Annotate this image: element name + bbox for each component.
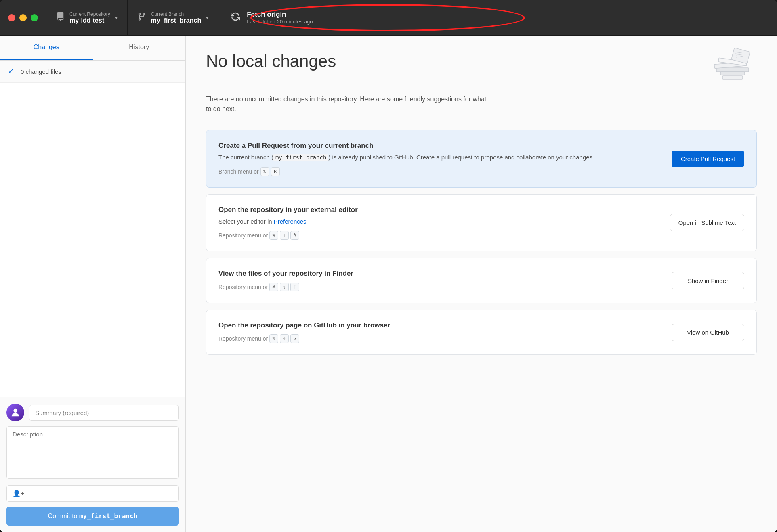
repository-label: Current Repository <box>69 11 110 17</box>
finder-content: View the files of your repository in Fin… <box>218 270 655 291</box>
kbd-shift-1: ⇧ <box>280 231 289 240</box>
kbd-a: A <box>290 231 299 240</box>
github-title: Open the repository page on GitHub in yo… <box>218 321 655 329</box>
svg-rect-1 <box>716 68 749 72</box>
content-panel: No local changes <box>186 36 777 532</box>
external-editor-content: Open the repository in your external edi… <box>218 206 654 240</box>
github-shortcut: Repository menu or ⌘ ⇧ G <box>218 334 299 343</box>
svg-point-0 <box>13 409 17 413</box>
branch-label: Current Branch <box>151 11 202 17</box>
open-in-sublime-button[interactable]: Open in Sublime Text <box>670 214 744 231</box>
external-editor-desc: Select your editor in Preferences <box>218 217 654 226</box>
preferences-link[interactable]: Preferences <box>274 218 307 225</box>
minimize-button[interactable] <box>19 14 27 21</box>
description-input[interactable] <box>6 426 179 479</box>
sidebar-spacer <box>0 83 185 397</box>
kbd-f: F <box>290 283 299 291</box>
fetch-content: Fetch origin Last fetched 20 minutes ago <box>247 10 313 25</box>
checkbox-icon[interactable]: ✓ <box>8 67 14 76</box>
repository-arrow-icon: ▾ <box>115 15 118 21</box>
branch-icon <box>137 12 146 23</box>
commit-prefix: Commit to <box>48 513 79 519</box>
action-card-pull-request: Create a Pull Request from your current … <box>206 130 757 188</box>
commit-summary-row <box>6 404 179 421</box>
commit-branch: my_first_branch <box>79 512 138 520</box>
fetch-subtitle: Last fetched 20 minutes ago <box>247 19 313 25</box>
sidebar: Changes History ✓ 0 changed files <box>0 36 186 532</box>
fetch-icon <box>231 12 240 24</box>
fetch-title: Fetch origin <box>247 10 313 19</box>
titlebar: Current Repository my-ldd-test ▾ Current… <box>0 0 777 36</box>
kbd-cmd-1: ⌘ <box>260 167 269 176</box>
branch-content: Current Branch my_first_branch <box>151 11 202 24</box>
view-on-github-button[interactable]: View on GitHub <box>672 324 744 341</box>
github-content: Open the repository page on GitHub in yo… <box>218 321 655 343</box>
fetch-origin-section[interactable]: Fetch origin Last fetched 20 minutes ago <box>218 0 777 35</box>
content-title-row: No local changes <box>206 52 757 88</box>
illustration <box>708 48 757 88</box>
tab-changes[interactable]: Changes <box>0 36 93 60</box>
kbd-shift-3: ⇧ <box>280 334 289 343</box>
action-card-external-editor: Open the repository in your external edi… <box>206 194 757 252</box>
repository-icon <box>56 12 65 23</box>
tab-history[interactable]: History <box>93 36 186 60</box>
coauthor-button[interactable]: 👤+ <box>6 485 179 502</box>
kbd-cmd-3: ⌘ <box>269 283 278 291</box>
summary-input[interactable] <box>29 405 179 421</box>
branch-value: my_first_branch <box>151 17 202 24</box>
action-card-finder: View the files of your repository in Fin… <box>206 258 757 303</box>
pull-request-content: Create a Pull Request from your current … <box>218 142 655 176</box>
commit-area: 👤+ Commit to my_first_branch <box>0 397 185 532</box>
pull-request-shortcut: Branch menu or ⌘ R <box>218 167 280 176</box>
pull-request-title: Create a Pull Request from your current … <box>218 142 655 150</box>
close-button[interactable] <box>8 14 15 21</box>
main-subtitle: There are no uncommitted changes in this… <box>206 94 489 114</box>
branch-code: my_first_branch <box>273 154 328 161</box>
pull-request-desc: The current branch (my_first_branch) is … <box>218 153 655 162</box>
finder-title: View the files of your repository in Fin… <box>218 270 655 278</box>
repository-content: Current Repository my-ldd-test <box>69 11 110 24</box>
show-in-finder-button[interactable]: Show in Finder <box>672 272 744 289</box>
main-title: No local changes <box>206 52 336 71</box>
app-window: Current Repository my-ldd-test ▾ Current… <box>0 0 777 532</box>
current-branch-section[interactable]: Current Branch my_first_branch ▾ <box>128 0 219 35</box>
external-editor-shortcut: Repository menu or ⌘ ⇧ A <box>218 231 299 240</box>
svg-rect-4 <box>720 72 745 75</box>
avatar <box>6 404 24 421</box>
main-area: Changes History ✓ 0 changed files <box>0 36 777 532</box>
kbd-shift-2: ⇧ <box>280 283 289 291</box>
finder-shortcut: Repository menu or ⌘ ⇧ F <box>218 283 299 291</box>
action-card-github: Open the repository page on GitHub in yo… <box>206 310 757 355</box>
titlebar-sections: Current Repository my-ldd-test ▾ Current… <box>46 0 777 35</box>
coauthor-icon: 👤+ <box>13 490 24 497</box>
window-controls <box>0 14 46 21</box>
sidebar-tabs: Changes History <box>0 36 185 61</box>
commit-button[interactable]: Commit to my_first_branch <box>6 507 179 526</box>
kbd-cmd-2: ⌘ <box>269 231 278 240</box>
external-editor-title: Open the repository in your external edi… <box>218 206 654 214</box>
current-repository-section[interactable]: Current Repository my-ldd-test ▾ <box>46 0 128 35</box>
svg-rect-5 <box>722 76 743 79</box>
kbd-cmd-4: ⌘ <box>269 334 278 343</box>
changed-files-bar: ✓ 0 changed files <box>0 61 185 83</box>
create-pull-request-button[interactable]: Create Pull Request <box>672 151 744 167</box>
changed-files-count: 0 changed files <box>21 68 61 75</box>
kbd-r: R <box>271 167 280 176</box>
avatar-image <box>6 404 24 421</box>
repository-value: my-ldd-test <box>69 17 110 24</box>
branch-arrow-icon: ▾ <box>206 15 208 21</box>
maximize-button[interactable] <box>31 14 38 21</box>
kbd-g: G <box>290 334 299 343</box>
